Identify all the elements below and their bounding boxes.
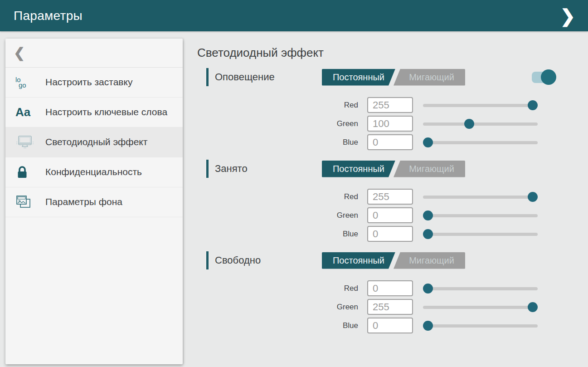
green-slider-thumb[interactable] bbox=[464, 119, 474, 129]
green-slider[interactable] bbox=[423, 302, 538, 312]
red-label: Red bbox=[206, 101, 363, 110]
panel-title: Светодиодный эффект bbox=[197, 46, 588, 60]
green-channel-row: Green bbox=[206, 298, 588, 316]
blue-label: Blue bbox=[206, 321, 363, 330]
mode-segmented-control: Постоянный Мигающий bbox=[322, 161, 465, 177]
led-sections: Оповещение Постоянный Мигающий Red bbox=[197, 68, 588, 335]
green-value-input[interactable] bbox=[367, 299, 413, 315]
mode-solid-button[interactable]: Постоянный bbox=[322, 69, 395, 86]
keywords-icon: Aa bbox=[15, 105, 37, 119]
sidebar-item-privacy[interactable]: Конфиденциальность bbox=[5, 157, 183, 187]
green-channel-row: Green bbox=[206, 206, 588, 225]
red-label: Red bbox=[206, 284, 363, 293]
app-header: Параметры ❯ bbox=[0, 0, 588, 31]
green-label: Green bbox=[206, 303, 363, 312]
mode-blinking-button[interactable]: Мигающий bbox=[394, 161, 465, 177]
red-slider-thumb[interactable] bbox=[528, 192, 538, 202]
red-value-input[interactable] bbox=[367, 97, 413, 113]
blue-slider[interactable] bbox=[423, 229, 538, 239]
red-channel-row: Red bbox=[206, 187, 588, 206]
mode-segmented-control: Постоянный Мигающий bbox=[322, 69, 465, 86]
rgb-rows: Red Green Blue bbox=[206, 279, 588, 335]
red-slider-thumb[interactable] bbox=[423, 284, 433, 294]
red-slider[interactable] bbox=[423, 192, 538, 202]
sidebar-item-label: Параметры фона bbox=[37, 196, 122, 208]
sidebar-item-label: Настроить заставку bbox=[37, 76, 132, 88]
section-name: Оповещение bbox=[215, 71, 275, 83]
red-slider[interactable] bbox=[423, 284, 538, 294]
section-name: Свободно bbox=[215, 254, 261, 266]
sidebar-item-background[interactable]: Параметры фона bbox=[5, 187, 183, 217]
section-enable-toggle[interactable] bbox=[532, 69, 556, 85]
blue-slider-thumb[interactable] bbox=[423, 137, 433, 147]
red-channel-row: Red bbox=[206, 279, 588, 298]
blue-slider[interactable] bbox=[423, 137, 538, 147]
sidebar-item-led-effect[interactable]: Светодиодный эффект bbox=[5, 127, 183, 157]
red-slider[interactable] bbox=[423, 100, 538, 110]
red-value-input[interactable] bbox=[367, 280, 413, 296]
led-section: Оповещение Постоянный Мигающий Red bbox=[206, 68, 588, 152]
images-icon bbox=[15, 195, 37, 210]
green-slider-thumb[interactable] bbox=[528, 302, 538, 312]
mode-blinking-button[interactable]: Мигающий bbox=[394, 69, 465, 86]
green-slider-thumb[interactable] bbox=[423, 210, 433, 220]
blue-value-input[interactable] bbox=[367, 226, 413, 242]
mode-solid-button[interactable]: Постоянный bbox=[322, 161, 395, 177]
rgb-rows: Red Green Blue bbox=[206, 187, 588, 243]
led-monitor-icon bbox=[15, 135, 37, 150]
forward-chevron-icon[interactable]: ❯ bbox=[557, 5, 578, 27]
led-section: Занято Постоянный Мигающий Red Gree bbox=[206, 160, 588, 243]
red-slider-thumb[interactable] bbox=[528, 100, 538, 110]
back-chevron-icon: ❮ bbox=[14, 46, 25, 60]
blue-label: Blue bbox=[206, 138, 363, 147]
green-value-input[interactable] bbox=[367, 207, 413, 223]
green-slider[interactable] bbox=[423, 119, 538, 129]
toggle-knob bbox=[541, 69, 556, 85]
blue-slider[interactable] bbox=[423, 321, 538, 331]
section-header: Оповещение Постоянный Мигающий bbox=[206, 68, 588, 86]
blue-slider-thumb[interactable] bbox=[423, 321, 433, 331]
led-effect-panel: Светодиодный эффект Оповещение Постоянны… bbox=[197, 31, 588, 367]
sidebar-item-keywords[interactable]: Aa Настроить ключевые слова bbox=[5, 98, 183, 127]
page-title: Параметры bbox=[14, 9, 83, 23]
section-name: Занято bbox=[215, 163, 248, 174]
section-header: Занято Постоянный Мигающий bbox=[206, 160, 588, 178]
rgb-rows: Red Green Blue bbox=[206, 96, 588, 152]
mode-blinking-button[interactable]: Мигающий bbox=[394, 252, 465, 269]
lock-icon bbox=[15, 165, 37, 180]
green-label: Green bbox=[206, 211, 363, 220]
sidebar-item-label: Светодиодный эффект bbox=[37, 136, 147, 148]
red-channel-row: Red bbox=[206, 96, 588, 114]
green-slider[interactable] bbox=[423, 210, 538, 220]
section-header: Свободно Постоянный Мигающий bbox=[206, 251, 588, 269]
blue-slider-thumb[interactable] bbox=[423, 229, 433, 239]
sidebar-item-label: Настроить ключевые слова bbox=[37, 106, 167, 118]
sidebar-item-screensaver[interactable]: logo Настроить заставку bbox=[5, 68, 183, 98]
blue-channel-row: Blue bbox=[206, 225, 588, 243]
logo-icon: logo bbox=[15, 77, 37, 88]
blue-channel-row: Blue bbox=[206, 316, 588, 335]
green-label: Green bbox=[206, 119, 363, 128]
mode-segmented-control: Постоянный Мигающий bbox=[322, 252, 465, 269]
green-value-input[interactable] bbox=[367, 116, 413, 132]
blue-label: Blue bbox=[206, 230, 363, 239]
sidebar-item-label: Конфиденциальность bbox=[37, 166, 142, 178]
blue-channel-row: Blue bbox=[206, 133, 588, 152]
mode-solid-button[interactable]: Постоянный bbox=[322, 252, 395, 269]
settings-sidebar: ❮ logo Настроить заставку Aa Настроить к… bbox=[5, 39, 183, 364]
blue-value-input[interactable] bbox=[367, 134, 413, 150]
led-section: Свободно Постоянный Мигающий Red Gr bbox=[206, 251, 588, 335]
green-channel-row: Green bbox=[206, 114, 588, 133]
red-value-input[interactable] bbox=[367, 189, 413, 205]
sidebar-back-button[interactable]: ❮ bbox=[5, 39, 183, 68]
blue-value-input[interactable] bbox=[367, 318, 413, 333]
red-label: Red bbox=[206, 192, 363, 201]
